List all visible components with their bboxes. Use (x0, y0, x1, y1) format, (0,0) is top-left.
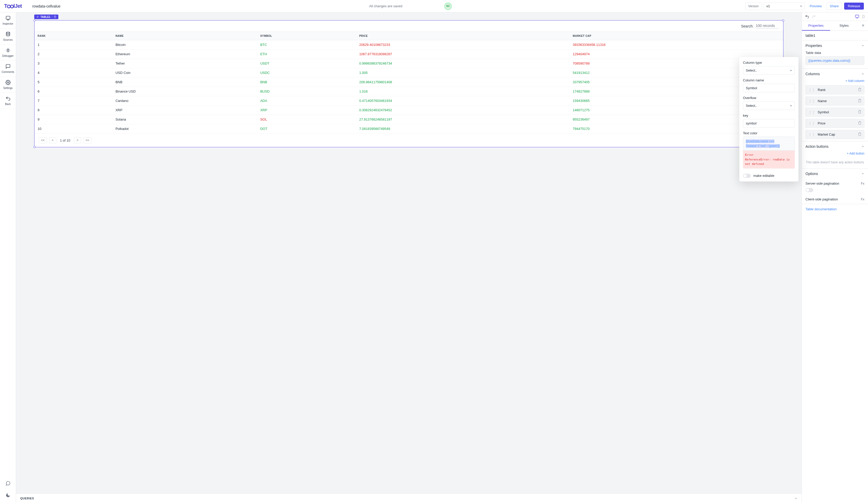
preview-button[interactable]: Preview (807, 3, 824, 10)
component-name-input[interactable]: table1 (802, 31, 868, 40)
make-editable-toggle[interactable] (743, 174, 751, 178)
sidebar-item-debugger[interactable]: Debugger (0, 45, 16, 61)
table-row[interactable]: 2EthereumETH1067.8776318098287129404974 (34, 50, 783, 59)
project-name[interactable]: rowdata-cellvalue (32, 4, 60, 8)
server-pagination-toggle[interactable] (805, 188, 813, 192)
drag-handle-icon[interactable]: ⋮⋮ (808, 121, 815, 125)
sidebar-label: Sources (3, 38, 13, 41)
sidebar-item-inspector[interactable]: Inspector (0, 12, 16, 29)
table-header[interactable]: RANK (34, 32, 112, 40)
page-info: 1 of 10 (60, 138, 70, 142)
redo-icon[interactable] (812, 14, 816, 19)
section-properties[interactable]: Properties (802, 40, 868, 51)
chat-icon[interactable] (6, 481, 11, 486)
drag-handle-icon[interactable]: ⋮⋮ (808, 88, 815, 92)
cell-rank: 8 (34, 106, 112, 115)
sidebar-label: Debugger (2, 54, 14, 57)
select-value: Select.. (746, 69, 757, 72)
table-row[interactable]: 4USD CoinUSDC1.005541913412 (34, 68, 783, 77)
avatar[interactable]: SC (444, 3, 452, 10)
add-button-button[interactable]: + Add button (802, 152, 868, 158)
table-row[interactable]: 7CardanoADA0.4714057603461934159430665 (34, 96, 783, 106)
table-row[interactable]: 1BitcoinBTC20629.40108673233393363338456… (34, 40, 783, 50)
add-column-button[interactable]: + Add column (802, 79, 868, 85)
section-action-buttons[interactable]: Action buttons (802, 141, 868, 152)
table-row[interactable]: 6Binance USDBUSD1.016174627888 (34, 87, 783, 96)
undo-icon[interactable] (805, 14, 809, 19)
drag-handle-icon[interactable]: ⋮⋮ (808, 110, 815, 114)
key-input[interactable]: symbol (743, 119, 795, 128)
section-columns[interactable]: Columns (802, 69, 868, 79)
logo[interactable]: TlJet (4, 3, 22, 9)
section-title: Properties (805, 44, 822, 48)
section-options[interactable]: Options (802, 169, 868, 179)
tab-properties[interactable]: Properties (802, 21, 830, 31)
delete-column-button[interactable] (858, 110, 861, 114)
canvas[interactable]: TABLE1 Search: 100 records RANKNAMESYMBO… (16, 12, 802, 493)
delete-column-button[interactable] (858, 132, 861, 137)
error-message: ErrorReferenceError: rowData is not defi… (743, 151, 795, 169)
queries-panel[interactable]: QUERIES (16, 493, 802, 503)
text-color-input[interactable]: {{rowData.name ==='Solana' ? 'red' : 'gr… (743, 137, 795, 151)
fx-badge[interactable]: Fx (861, 198, 864, 201)
version-select[interactable]: v1 (763, 2, 805, 10)
sidebar-item-settings[interactable]: Settings (0, 77, 16, 93)
table-header[interactable]: MARKET CAP (570, 32, 783, 40)
page-prev-button[interactable]: < (49, 137, 56, 143)
column-item[interactable]: ⋮⋮Rank (805, 85, 864, 94)
table-row[interactable]: 9SolanaSOL27.913766246581197955236497 (34, 115, 783, 124)
table-header[interactable]: NAME (112, 32, 257, 40)
resize-handle[interactable] (782, 19, 784, 22)
back-icon (6, 96, 11, 101)
tab-styles[interactable]: Styles (830, 21, 858, 31)
table-row[interactable]: 10PolkadotDOT7.081839566749549794475170 (34, 124, 783, 134)
chevron-up-icon[interactable] (794, 497, 797, 500)
chevron-up-icon (861, 44, 864, 47)
inspector-icon (6, 15, 11, 21)
cell-name: XRP (112, 106, 257, 115)
page-first-button[interactable]: << (39, 137, 47, 143)
trash-icon[interactable] (54, 15, 56, 18)
fx-badge[interactable]: Fx (861, 182, 864, 185)
theme-icon[interactable] (6, 493, 11, 498)
cell-rank: 4 (34, 68, 112, 77)
delete-column-button[interactable] (858, 88, 861, 92)
search-input[interactable]: 100 records (756, 24, 779, 29)
sidebar-item-back[interactable]: Back (0, 93, 16, 109)
overflow-select[interactable]: Select.. (743, 101, 795, 110)
gear-icon (36, 15, 39, 18)
drag-handle-icon[interactable]: ⋮⋮ (808, 99, 815, 103)
cell-name: Tether (112, 59, 257, 68)
table-header[interactable]: PRICE (356, 32, 570, 40)
column-name-input[interactable]: Symbol (743, 84, 795, 92)
sidebar-item-comments[interactable]: Comments (0, 61, 16, 77)
table-data-input[interactable]: {{queries.crypto.data.coins}} (805, 56, 864, 65)
column-item[interactable]: ⋮⋮Name (805, 96, 864, 106)
cell-price: 0.3062924632478452 (356, 106, 570, 115)
drag-handle-icon[interactable]: ⋮⋮ (808, 133, 815, 136)
delete-column-button[interactable] (858, 121, 861, 125)
sidebar-item-sources[interactable]: Sources (0, 29, 16, 45)
desktop-icon[interactable] (855, 14, 859, 19)
close-panel-button[interactable] (858, 21, 868, 31)
column-item[interactable]: ⋮⋮Market Cap (805, 130, 864, 139)
share-button[interactable]: Share (826, 2, 842, 10)
delete-column-button[interactable] (858, 99, 861, 103)
documentation-link[interactable]: Table documentation (802, 204, 868, 214)
mobile-icon[interactable] (862, 14, 865, 19)
widget-tag[interactable]: TABLE1 (34, 14, 58, 19)
resize-handle[interactable] (33, 146, 35, 148)
table-row[interactable]: 5BNBBNB206.98411759801408337957405 (34, 77, 783, 87)
page-last-button[interactable]: >> (83, 137, 92, 143)
page-next-button[interactable]: > (74, 137, 81, 143)
comments-icon (6, 64, 11, 69)
column-type-select[interactable]: Select.. (743, 66, 795, 75)
release-button[interactable]: Release (844, 3, 864, 10)
resize-handle[interactable] (33, 19, 35, 22)
column-item[interactable]: ⋮⋮Symbol (805, 108, 864, 117)
table-row[interactable]: 8XRPXRP0.3062924632478452148071275 (34, 106, 783, 115)
table-widget[interactable]: Search: 100 records RANKNAMESYMBOLPRICEM… (34, 20, 783, 147)
table-row[interactable]: 3TetherUSDT0.9998386379246734708590788 (34, 59, 783, 68)
table-header[interactable]: SYMBOL (257, 32, 356, 40)
column-item[interactable]: ⋮⋮Price (805, 119, 864, 128)
